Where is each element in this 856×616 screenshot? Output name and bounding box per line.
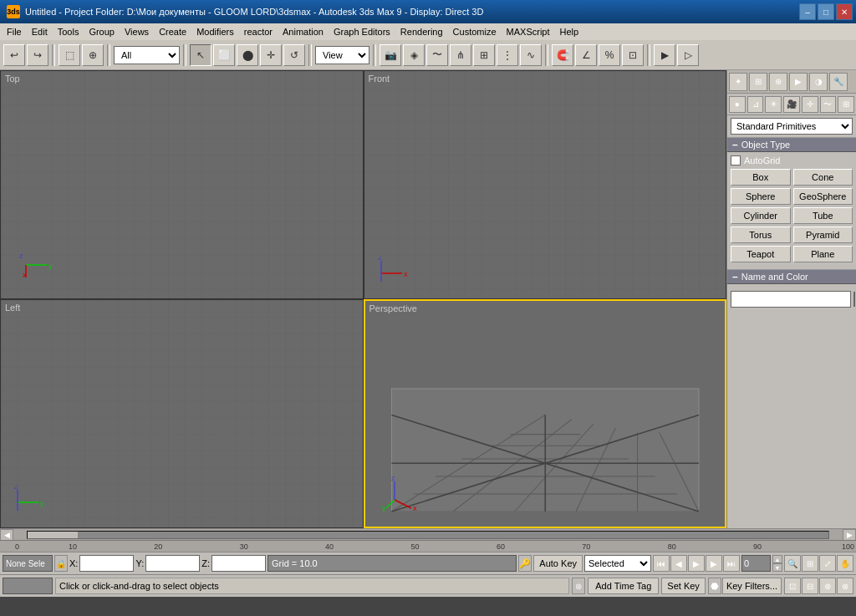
cameras-sub-tab[interactable]: 🎥 — [783, 96, 800, 113]
set-key-button[interactable]: Set Key — [661, 578, 706, 594]
bottom-btn4[interactable]: ⊗ — [837, 578, 853, 594]
frame-input[interactable] — [741, 555, 771, 572]
add-time-tag-button[interactable]: Add Time Tag — [588, 578, 659, 594]
frame-up-button[interactable]: ▲ — [772, 555, 782, 563]
view-dropdown[interactable]: View World Local Screen — [315, 46, 369, 64]
display-tab[interactable]: ◑ — [809, 73, 828, 91]
y-input[interactable] — [145, 555, 200, 572]
angle-snap[interactable]: ∠ — [575, 44, 597, 66]
zoom-all-button[interactable]: ⊞ — [802, 555, 818, 572]
zoom-mode-button[interactable]: ⤢ — [819, 555, 836, 572]
menu-edit[interactable]: Edit — [27, 25, 53, 38]
menu-animation[interactable]: Animation — [278, 25, 329, 38]
percent-snap[interactable]: % — [599, 44, 620, 66]
menu-file[interactable]: File — [2, 25, 27, 38]
geometry-sub-tab[interactable]: ● — [729, 96, 746, 113]
viewport-left[interactable]: Left y z — [0, 299, 364, 528]
quick-render-button[interactable]: ▷ — [677, 44, 699, 66]
go-end-button[interactable]: ⏭ — [723, 555, 740, 572]
menu-help[interactable]: Help — [555, 25, 584, 38]
zoom-extents-button[interactable]: 🔍 — [784, 555, 801, 572]
spinner-snap[interactable]: ⊡ — [622, 44, 644, 66]
select-region-rect-button[interactable]: ⬜ — [213, 44, 235, 66]
play-button[interactable]: ▶ — [688, 555, 705, 572]
bottom-btn3[interactable]: ⊕ — [819, 578, 836, 594]
menu-group[interactable]: Group — [84, 25, 120, 38]
sphere-button[interactable]: Sphere — [731, 188, 791, 205]
bottom-btn2[interactable]: ⊟ — [802, 578, 818, 594]
scroll-right-button[interactable]: ▶ — [843, 529, 856, 541]
lights-sub-tab[interactable]: ☀ — [765, 96, 782, 113]
primitive-type-dropdown[interactable]: Standard Primitives Extended Primitives … — [731, 118, 853, 135]
menu-reactor[interactable]: reactor — [239, 25, 278, 38]
menu-customize[interactable]: Customize — [448, 25, 502, 38]
select-region-button[interactable]: ⊕ — [82, 44, 104, 66]
snap-toggle[interactable]: 🧲 — [552, 44, 573, 66]
geosphere-button[interactable]: GeoSphere — [793, 188, 853, 205]
key-filter-icon[interactable]: ⬣ — [708, 578, 721, 594]
viewport-front[interactable]: Front x z — [364, 70, 727, 299]
menu-tools[interactable]: Tools — [53, 25, 84, 38]
menu-modifiers[interactable]: Modifiers — [191, 25, 239, 38]
viewport-top[interactable]: Top y x z — [0, 70, 364, 299]
menu-rendering[interactable]: Rendering — [395, 25, 448, 38]
menu-graph-editors[interactable]: Graph Editors — [329, 25, 395, 38]
maximize-button[interactable]: □ — [818, 3, 834, 20]
pyramid-button[interactable]: Pyramid — [793, 227, 853, 243]
autogrid-checkbox[interactable] — [731, 155, 741, 165]
viewport-perspective[interactable]: Perspective — [364, 299, 727, 528]
lock-icon[interactable]: 🔒 — [54, 555, 68, 572]
scroll-track[interactable] — [27, 531, 829, 539]
plane-button[interactable]: Plane — [793, 246, 853, 262]
hierarchy-tab[interactable]: ⊕ — [769, 73, 787, 91]
menu-views[interactable]: Views — [120, 25, 154, 38]
bottom-btn1[interactable]: ⊡ — [784, 578, 801, 594]
redo-button[interactable]: ↪ — [27, 44, 48, 66]
x-input[interactable] — [79, 555, 134, 572]
render-type-button[interactable]: 📷 — [380, 44, 401, 66]
name-color-collapse[interactable]: – — [732, 271, 738, 283]
pan-button[interactable]: ✋ — [837, 555, 853, 572]
modify-tab[interactable]: ⊞ — [749, 73, 767, 91]
undo-button[interactable]: ↩ — [3, 44, 25, 66]
select-region-circle-button[interactable]: ⬤ — [237, 44, 258, 66]
create-tab[interactable]: ✦ — [729, 73, 747, 91]
helpers-sub-tab[interactable]: ✛ — [802, 96, 818, 113]
selection-filter-dropdown[interactable]: All Geometry Shapes Lights Cameras — [114, 46, 180, 64]
selected-dropdown[interactable]: Selected — [584, 555, 651, 572]
torus-button[interactable]: Torus — [731, 227, 791, 243]
key-icon[interactable]: 🔑 — [518, 555, 532, 572]
z-input[interactable] — [211, 555, 266, 572]
magnet-icon[interactable]: ⊛ — [572, 578, 585, 594]
rotate-button[interactable]: ↺ — [283, 44, 305, 66]
next-frame-button[interactable]: ▶ — [706, 555, 722, 572]
tube-button[interactable]: Tube — [793, 207, 853, 224]
scroll-left-button[interactable]: ◀ — [0, 529, 13, 541]
menu-maxscript[interactable]: MAXScript — [502, 25, 555, 38]
cone-button[interactable]: Cone — [793, 169, 853, 186]
prev-frame-button[interactable]: ◀ — [670, 555, 687, 572]
select-object-button[interactable]: ⬚ — [59, 44, 80, 66]
curve-editor-button[interactable]: 〜 — [426, 44, 448, 66]
cylinder-button[interactable]: Cylinder — [731, 207, 791, 224]
schematic-view-button[interactable]: ⋔ — [450, 44, 471, 66]
color-swatch[interactable] — [853, 292, 855, 307]
utilities-tab[interactable]: 🔧 — [829, 73, 848, 91]
frame-down-button[interactable]: ▼ — [772, 563, 782, 572]
close-button[interactable]: ✕ — [836, 3, 853, 20]
object-name-input[interactable] — [731, 291, 851, 308]
go-start-button[interactable]: ⏮ — [653, 555, 670, 572]
auto-key-button[interactable]: Auto Key — [533, 555, 583, 572]
extra-btn2[interactable]: ∿ — [520, 44, 542, 66]
motion-tab[interactable]: ▶ — [789, 73, 808, 91]
menu-create[interactable]: Create — [154, 25, 191, 38]
systems-sub-tab[interactable]: ⊞ — [838, 96, 854, 113]
shapes-sub-tab[interactable]: ⊿ — [747, 96, 764, 113]
move-button[interactable]: ✛ — [260, 44, 282, 66]
minimize-button[interactable]: – — [799, 3, 816, 20]
teapot-button[interactable]: Teapot — [731, 246, 791, 262]
layers-button[interactable]: ⊞ — [473, 44, 495, 66]
extra-btn1[interactable]: ⋮ — [497, 44, 518, 66]
spacewarps-sub-tab[interactable]: 〜 — [820, 96, 837, 113]
render-scene-button[interactable]: ▶ — [654, 44, 675, 66]
